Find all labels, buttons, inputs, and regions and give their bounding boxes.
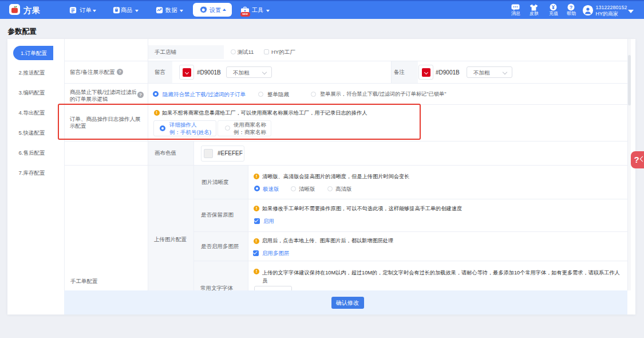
svg-text:?: ?	[570, 5, 573, 10]
